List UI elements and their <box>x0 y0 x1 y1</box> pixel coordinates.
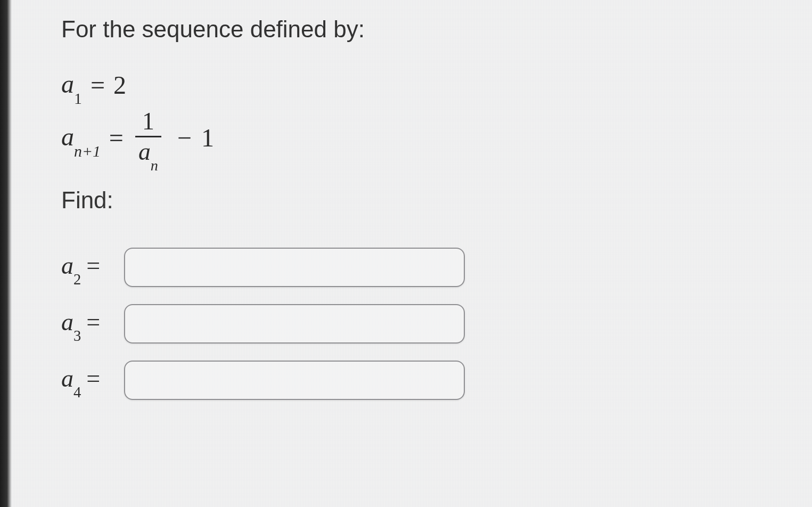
answer-rows: a2 = a3 = a4 = <box>61 248 780 400</box>
a1-equals: = <box>91 67 105 103</box>
find-label: Find: <box>61 184 780 217</box>
answer-label-a2: a2 = <box>61 251 114 283</box>
sequence-definition: a1 = 2 an+1 = 1 an − 1 Find: <box>61 66 780 217</box>
answer-label-a4: a4 = <box>61 364 114 396</box>
answer-row-a3: a3 = <box>61 304 780 344</box>
fraction: 1 an <box>135 109 161 168</box>
answer-input-a3[interactable] <box>124 304 465 344</box>
answer-input-a2[interactable] <box>124 248 465 287</box>
fraction-denominator: an <box>135 137 161 168</box>
question-prompt: For the sequence defined by: <box>61 16 780 43</box>
a1-variable: a1 <box>61 66 82 104</box>
minus-sign: − <box>177 120 192 156</box>
rec-lhs-variable: an+1 <box>61 119 101 157</box>
answer-label-a3: a3 = <box>61 308 114 339</box>
rec-equals: = <box>109 120 124 156</box>
answer-input-a4[interactable] <box>124 361 465 400</box>
minus-one: 1 <box>201 120 214 156</box>
question-panel: For the sequence defined by: a1 = 2 an+1… <box>61 16 780 496</box>
fraction-numerator: 1 <box>139 109 158 136</box>
definition-line-a1: a1 = 2 <box>61 66 780 104</box>
a1-value: 2 <box>113 67 126 103</box>
answer-row-a2: a2 = <box>61 248 780 287</box>
definition-line-recursive: an+1 = 1 an − 1 <box>61 108 780 167</box>
answer-row-a4: a4 = <box>61 361 780 400</box>
window-left-edge <box>0 0 12 507</box>
